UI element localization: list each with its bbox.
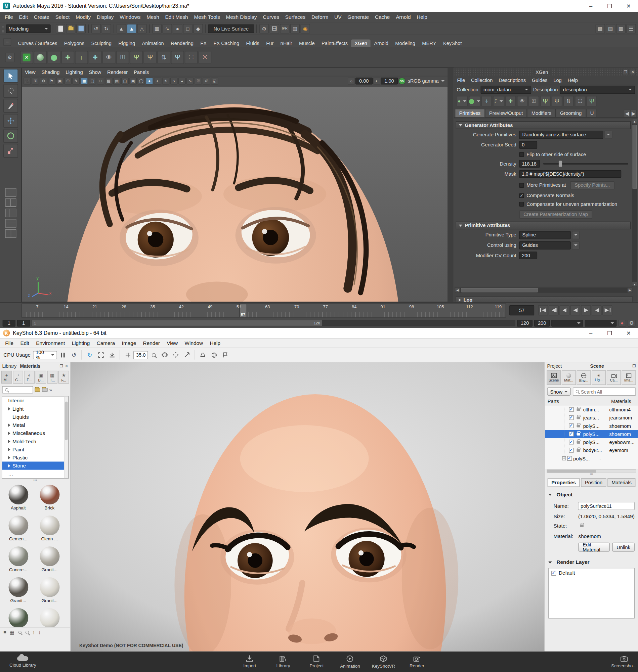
cpu-usage-dropdown[interactable]: 100 %	[33, 351, 57, 359]
shaded-icon[interactable]: ●	[146, 77, 153, 84]
maya-minimize-button[interactable]: –	[582, 0, 600, 12]
material-thumbnail[interactable]: Brick	[34, 484, 65, 515]
create-parameterization-map-button[interactable]: Create Parameterization Map	[519, 210, 592, 218]
render-settings-icon[interactable]: ▤	[290, 24, 300, 33]
textured-icon[interactable]: ◐	[154, 77, 161, 84]
density-slider-handle[interactable]	[558, 161, 562, 167]
maya-restore-button[interactable]: ❐	[600, 0, 619, 12]
keyshotvr-button[interactable]: KeyShotVR	[367, 655, 400, 669]
snap-to-plane-icon[interactable]: □	[183, 24, 192, 33]
shelf-tab-rigging[interactable]: Rigging	[115, 39, 138, 47]
xgen-menu-collection[interactable]: Collection	[468, 77, 496, 83]
range-start-field[interactable]: 1	[17, 320, 30, 326]
step-forward-frame-icon[interactable]	[592, 305, 601, 316]
render-view-icon[interactable]: ◉	[301, 24, 310, 33]
convert-primitives-icon[interactable]: ⛌	[199, 51, 211, 64]
maya-menu-mesh-display[interactable]: Mesh Display	[223, 14, 260, 20]
tab-scroll-left-icon[interactable]: ◀	[624, 110, 630, 118]
object-name-input[interactable]	[578, 502, 634, 510]
xgen-editor-icon[interactable]: ✕	[20, 51, 33, 64]
shelf-tab-mery[interactable]: MERY	[419, 39, 440, 47]
import-button[interactable]: Import	[234, 655, 266, 669]
expand-icon[interactable]: +	[562, 456, 566, 460]
tab-scroll-right-icon[interactable]: ▶	[630, 110, 637, 118]
auto-keyframe-icon[interactable]: ●	[618, 320, 626, 326]
xgen-tab-modifiers[interactable]: Modifiers	[527, 109, 556, 118]
xgen-add-guide-icon[interactable]: ✚	[506, 96, 516, 106]
generator-attributes-header[interactable]: Generator Attributes	[456, 121, 631, 129]
fit-view-icon[interactable]	[96, 350, 106, 360]
pan-icon[interactable]	[171, 350, 181, 360]
description-dropdown[interactable]: description	[560, 86, 635, 94]
xgen-guide-eye-icon[interactable]: 👁	[517, 96, 527, 106]
layout-four-pane-icon[interactable]	[5, 199, 16, 207]
render-layer-section-header[interactable]: Render Layer	[557, 559, 590, 565]
modifier-cv-count-field[interactable]: 200	[519, 252, 537, 259]
shelf-tab-rendering[interactable]: Rendering	[167, 39, 197, 47]
add-guide-icon[interactable]: ✚	[61, 51, 74, 64]
control-using-arrow-icon[interactable]	[572, 241, 580, 249]
xgen-grass-icon[interactable]: Ψ	[587, 96, 597, 106]
xgen-hscroll-thumb[interactable]	[461, 288, 538, 293]
tool-settings-toggle-icon[interactable]: ▦	[616, 24, 625, 33]
generate-primitives-dropdown[interactable]: Randomly across the surface	[519, 131, 603, 139]
visibility-checkbox[interactable]	[569, 448, 574, 453]
update-realtime-icon[interactable]: ↺	[85, 350, 95, 360]
snap-to-grid-icon[interactable]: ▦	[152, 24, 162, 33]
xgen-grid-icon[interactable]: ⛶	[575, 96, 585, 106]
material-thumbnail[interactable]: Clean ...	[34, 515, 65, 546]
safe-action-icon[interactable]: ▢	[121, 77, 129, 84]
current-frame-field[interactable]: 57	[509, 305, 534, 316]
compensate-uneven-checkbox[interactable]	[519, 202, 524, 206]
keyshot-menu-image[interactable]: Image	[118, 340, 139, 346]
library-tab-environments[interactable]: ◐E...	[24, 371, 35, 383]
project-tab-lighting[interactable]: ☀Lig...	[592, 371, 606, 385]
keyshot-menu-view[interactable]: View	[163, 340, 181, 346]
xgen-menu-file[interactable]: File	[454, 77, 468, 83]
project-tab-image[interactable]: Ima...	[622, 371, 636, 385]
parts-column-header[interactable]: Parts	[548, 399, 559, 404]
comb-brush-icon[interactable]: Ψ	[171, 51, 184, 64]
attribute-editor-toggle-icon[interactable]: ▤	[606, 24, 615, 33]
tree-item-mold-tech[interactable]: Mold-Tech	[2, 437, 68, 445]
material-thumbnail[interactable]: Cemen...	[3, 515, 34, 546]
magnifier-icon[interactable]	[149, 350, 159, 360]
maya-menu-create[interactable]: Create	[31, 14, 52, 20]
lasso-tool-icon[interactable]	[3, 84, 18, 98]
layout-uv-editor-icon[interactable]	[5, 229, 16, 238]
materials-column-header[interactable]: Materials	[611, 399, 631, 404]
safe-title-icon[interactable]: ▣	[129, 77, 137, 84]
panel-resize-handle[interactable]: •••	[545, 473, 638, 477]
material-thumbnail[interactable]: Granit...	[34, 576, 65, 607]
panel-splitter[interactable]	[448, 68, 454, 302]
panel-menu-lighting[interactable]: Lighting	[63, 70, 86, 74]
play-backwards-icon[interactable]	[570, 305, 580, 316]
library-tab-backplates[interactable]: ▣B...	[36, 371, 46, 383]
maya-menu-file[interactable]: File	[2, 14, 16, 20]
viewport-canvas[interactable]: y x z	[22, 87, 448, 301]
update-preview-icon[interactable]: ⬤	[48, 51, 61, 64]
render-layer-checkbox[interactable]	[551, 571, 556, 575]
scroll-down-icon[interactable]: ▼	[632, 281, 637, 287]
shelf-tab-xgen[interactable]: XGen	[351, 39, 371, 47]
primitive-attributes-header[interactable]: Primitive Attributes	[456, 222, 631, 229]
maya-menu-curves[interactable]: Curves	[260, 14, 282, 20]
project-tab-camera[interactable]: Ca...	[607, 371, 621, 385]
live-surface-field[interactable]: No Live Surface	[208, 24, 254, 33]
focal-length-field[interactable]: 35,0	[133, 351, 148, 359]
project-tab-material[interactable]: Mat...	[562, 371, 576, 385]
character-set-dropdown[interactable]	[551, 320, 583, 326]
xgen-tab-grooming[interactable]: Grooming	[556, 109, 586, 118]
grid-snap-icon[interactable]	[123, 350, 133, 360]
screen-ao-icon[interactable]: ◒	[179, 77, 186, 84]
keyshot-menu-window[interactable]: Window	[181, 340, 206, 346]
playback-end-field[interactable]: 200	[534, 320, 550, 326]
shelf-tab-fx-caching[interactable]: FX Caching	[210, 39, 242, 47]
import-folder-icon[interactable]	[42, 388, 48, 392]
wireframe-icon[interactable]: ◯	[138, 77, 145, 84]
snap-to-point-icon[interactable]: ●	[173, 24, 182, 33]
scene-tree-row[interactable]: jeans...jeansmom	[545, 414, 638, 422]
step-back-key-icon[interactable]	[549, 305, 559, 316]
keyshot-menu-file[interactable]: File	[2, 340, 17, 346]
render-icon[interactable]: 🎞	[270, 24, 279, 33]
